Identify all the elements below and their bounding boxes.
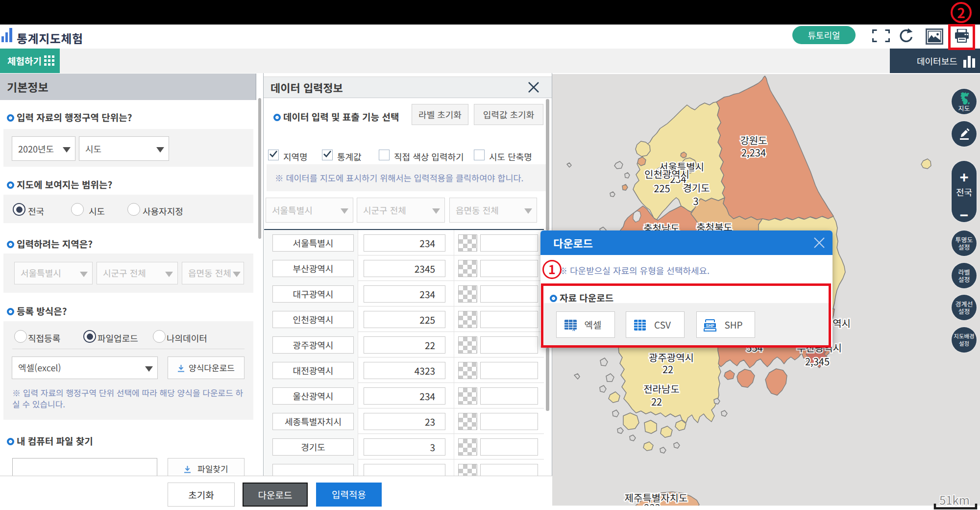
svg-text:전라남도: 전라남도 [643,382,680,396]
svg-text:경기도: 경기도 [683,180,710,195]
svg-text:51km: 51km [939,491,970,508]
svg-text:2,234: 2,234 [741,145,766,159]
svg-text:22: 22 [651,394,662,408]
svg-text:3: 3 [693,194,698,208]
svg-text:2,345: 2,345 [805,354,830,368]
svg-text:225: 225 [654,181,670,195]
svg-text:인천광역시: 인천광역시 [644,167,689,181]
svg-text:22: 22 [662,362,673,376]
